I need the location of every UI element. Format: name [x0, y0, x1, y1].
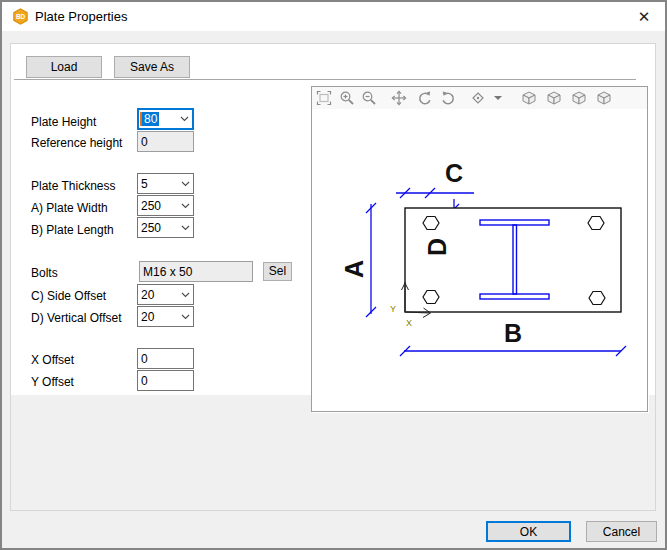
titlebar: BD Plate Properties ✕: [2, 2, 665, 31]
close-button[interactable]: ✕: [631, 5, 657, 29]
zoom-out-icon[interactable]: [361, 90, 377, 106]
axis-x-label: X: [406, 318, 412, 328]
view-cube-4-icon[interactable]: [596, 90, 612, 106]
axis-y-label: Y: [390, 304, 396, 314]
plate-length-value: 250: [138, 221, 178, 235]
dim-b-label: B: [504, 319, 522, 347]
y-offset-label: Y Offset: [31, 375, 74, 389]
view-cube-2-icon[interactable]: [546, 90, 562, 106]
plate-thickness-combobox[interactable]: 5: [137, 173, 194, 194]
plate-height-label: Plate Height: [31, 115, 96, 129]
plate-properties-dialog: BD Plate Properties ✕ Load Save As Plate…: [0, 0, 667, 550]
chevron-down-icon[interactable]: [178, 181, 193, 187]
bolts-label: Bolts: [31, 266, 58, 280]
app-hexagon-icon: BD: [12, 8, 29, 25]
vertical-offset-combobox[interactable]: 20: [137, 306, 194, 327]
panel-lower-area: [11, 395, 655, 510]
side-offset-combobox[interactable]: 20: [137, 284, 194, 305]
x-offset-label: X Offset: [31, 353, 74, 367]
chevron-down-icon[interactable]: [177, 116, 192, 122]
plate-width-label: A) Plate Width: [31, 201, 108, 215]
chevron-down-icon[interactable]: [178, 225, 193, 231]
y-offset-input[interactable]: [137, 370, 194, 391]
pan-icon[interactable]: [391, 90, 407, 106]
dim-d-label: D: [423, 238, 451, 256]
side-offset-label: C) Side Offset: [31, 289, 106, 303]
load-button[interactable]: Load: [26, 56, 102, 78]
side-offset-value: 20: [138, 288, 178, 302]
plate-width-value: 250: [138, 199, 178, 213]
save-as-button[interactable]: Save As: [114, 56, 190, 78]
section-separator: [14, 79, 636, 80]
zoom-in-icon[interactable]: [339, 90, 355, 106]
view-cube-1-icon[interactable]: [521, 90, 537, 106]
plate-length-label: B) Plate Length: [31, 223, 114, 237]
rotate-cw-icon[interactable]: [441, 90, 457, 106]
chevron-down-icon[interactable]: [178, 292, 193, 298]
ok-button[interactable]: OK: [486, 521, 571, 542]
plate-drawing-canvas[interactable]: Y X A B C D: [312, 109, 647, 411]
content-panel: Load Save As Plate Height Reference heig…: [10, 43, 656, 511]
view-cube-3-icon[interactable]: [571, 90, 587, 106]
x-offset-input[interactable]: [137, 348, 194, 369]
dim-c-label: C: [445, 159, 463, 187]
preview-panel: Y X A B C D: [311, 86, 648, 412]
preview-toolbar: [312, 87, 647, 109]
vertical-offset-value: 20: [138, 310, 178, 324]
toolbar-dropdown-icon[interactable]: [493, 90, 503, 106]
reference-height-field[interactable]: [137, 131, 194, 152]
reference-height-label: Reference height: [31, 136, 122, 150]
plate-thickness-label: Plate Thickness: [31, 179, 116, 193]
chevron-down-icon[interactable]: [178, 314, 193, 320]
vertical-offset-label: D) Vertical Offset: [31, 311, 121, 325]
svg-text:BD: BD: [16, 13, 26, 20]
chevron-down-icon[interactable]: [178, 203, 193, 209]
plate-height-combobox[interactable]: 80: [137, 108, 194, 130]
cancel-button[interactable]: Cancel: [586, 521, 657, 542]
origin-snap-icon[interactable]: [470, 90, 486, 106]
plate-width-combobox[interactable]: 250: [137, 195, 194, 216]
bolts-field[interactable]: [139, 261, 253, 282]
plate-thickness-value: 5: [138, 177, 178, 191]
window-title: Plate Properties: [35, 9, 128, 24]
zoom-extents-icon[interactable]: [316, 90, 332, 106]
plate-height-value: 80: [142, 112, 159, 126]
bolt-select-button[interactable]: Sel: [263, 262, 292, 281]
dim-a-label: A: [340, 260, 368, 278]
plate-length-combobox[interactable]: 250: [137, 217, 194, 238]
rotate-ccw-icon[interactable]: [416, 90, 432, 106]
